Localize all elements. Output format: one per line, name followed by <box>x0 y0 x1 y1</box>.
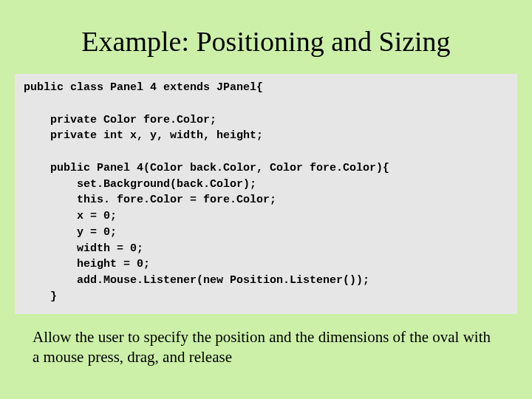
code-line: height = 0; <box>24 258 150 270</box>
code-line: width = 0; <box>24 242 143 255</box>
code-line: this. fore.Color = fore.Color; <box>24 194 276 206</box>
slide-title: Example: Positioning and Sizing <box>30 25 502 58</box>
code-line: add.Mouse.Listener(new Position.Listener… <box>24 274 369 287</box>
caption-text: Allow the user to specify the position a… <box>33 327 499 368</box>
code-block: public class Panel 4 extends JPanel{ pri… <box>15 74 517 314</box>
code-line: x = 0; <box>24 210 117 222</box>
code-line: public Panel 4(Color back.Color, Color f… <box>24 162 389 174</box>
code-line: private int x, y, width, height; <box>24 129 263 142</box>
code-line: y = 0; <box>24 226 117 239</box>
slide: Example: Positioning and Sizing public c… <box>0 0 532 399</box>
code-line: } <box>24 290 57 303</box>
code-line: set.Background(back.Color); <box>24 178 256 191</box>
code-line: private Color fore.Color; <box>24 114 216 126</box>
code-line: public class Panel 4 extends JPanel{ <box>24 81 263 94</box>
